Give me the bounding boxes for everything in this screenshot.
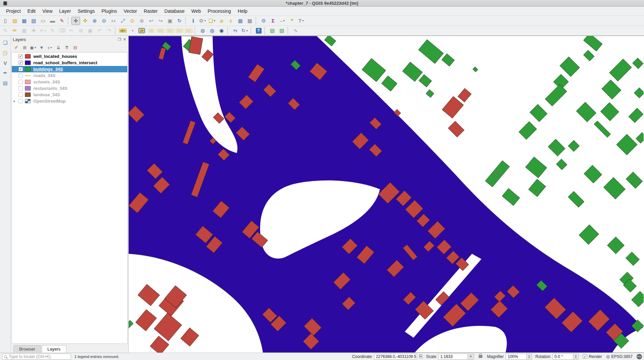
dropdown-arrow-icon[interactable]: ▼ — [283, 20, 285, 22]
profile-tool-button[interactable]: ∿ — [291, 27, 300, 35]
menu-processing[interactable]: Processing — [204, 7, 234, 15]
metasearch-button[interactable]: ◉ — [217, 27, 226, 35]
layer-item-restaurants_34S[interactable]: restaurants_34S — [12, 85, 127, 92]
layer-visibility-checkbox[interactable] — [19, 73, 23, 78]
dropdown-arrow-icon[interactable]: ▼ — [34, 46, 36, 49]
dropdown-arrow-icon[interactable]: ▼ — [246, 30, 248, 32]
messages-button[interactable]: ••• — [637, 354, 642, 359]
remove-layer-button[interactable]: ⊟ — [71, 44, 79, 51]
current-edits-button[interactable]: ✎ — [1, 27, 10, 35]
window-titlebar[interactable]: *chapter_7 - QGIS 9e45223d42 [tm] — [0, 0, 644, 7]
layer-visibility-checkbox[interactable] — [19, 80, 23, 84]
labeling-rotate-button[interactable]: abc — [175, 27, 184, 35]
field-calculator-button[interactable]: ▩ — [245, 17, 254, 25]
text-annotation-button[interactable]: T▼ — [297, 17, 306, 25]
undo-button[interactable]: ↶ — [95, 27, 104, 35]
python-console-button[interactable]: Py — [231, 27, 240, 35]
layer-item-buildings_34S[interactable]: ✓buildings_34S — [12, 66, 127, 72]
dropdown-arrow-icon[interactable]: ▼ — [50, 46, 52, 49]
zoom-last-button[interactable]: ↩ — [147, 17, 156, 25]
processing-toolbox-button[interactable]: ⚙ — [259, 17, 268, 25]
panel-close-button[interactable]: ✕ — [123, 37, 126, 42]
layer-item-OpenStreetMap[interactable]: ▾OpenStreetMap — [12, 98, 127, 104]
manage-map-themes-button[interactable]: ◉▼ — [29, 44, 37, 51]
identify-features-button[interactable]: ℹ — [189, 17, 198, 25]
save-project-button[interactable]: ▦ — [20, 17, 29, 25]
dropdown-arrow-icon[interactable]: ▼ — [204, 20, 206, 22]
menu-help[interactable]: Help — [234, 7, 251, 15]
open-project-button[interactable]: ▨ — [10, 17, 19, 25]
open-attribute-table-button[interactable]: ▦ — [236, 17, 245, 25]
labeling-show-hide-button[interactable]: abc — [156, 27, 165, 35]
measure-line-button[interactable]: ⎯▼ — [278, 17, 287, 25]
rotation-value[interactable]: 0.0 ° — [552, 354, 573, 360]
quickmap-services-button[interactable]: ▧ — [268, 27, 277, 35]
modify-attributes-button[interactable]: ✎ — [48, 27, 57, 35]
magnifier-spinner[interactable]: 100% ▲▼ — [506, 354, 532, 360]
layer-visibility-checkbox[interactable] — [19, 93, 23, 97]
layer-item-roads_34S[interactable]: roads_34S — [12, 72, 127, 79]
magnifier-spin-buttons[interactable]: ▲▼ — [527, 354, 532, 360]
labeling-change-button[interactable]: abc — [184, 27, 193, 35]
run-feature-action-button[interactable]: ⚙▼ — [198, 17, 207, 25]
style-manager-button[interactable]: ✎ — [58, 17, 66, 25]
menu-vector[interactable]: Vector — [120, 7, 140, 15]
rotation-spinner[interactable]: 0.0 ° ▲▼ — [552, 354, 579, 360]
layer-visibility-checkbox[interactable]: ✓ — [19, 54, 23, 59]
save-project-as-button[interactable]: ▧ — [29, 17, 38, 25]
metasearch-csw-add-button[interactable]: ◍ — [198, 27, 207, 35]
new-project-button[interactable]: ▯ — [1, 17, 10, 25]
copy-features-button[interactable]: ⧉ — [76, 27, 85, 35]
refresh-map-button[interactable]: ↻ — [175, 17, 184, 25]
show-layout-manager-button[interactable]: ▬ — [48, 17, 57, 25]
layer-item-schools_34S[interactable]: schools_34S — [12, 79, 127, 85]
zoom-native-button[interactable]: 1:1 — [109, 17, 118, 25]
labeling-single-button[interactable]: ab — [137, 27, 146, 35]
add-feature-button[interactable]: ✚ — [29, 27, 38, 35]
pan-to-selection-button[interactable]: ✜ — [81, 17, 90, 25]
layer-visibility-checkbox[interactable] — [19, 86, 23, 91]
toggle-editing-button[interactable]: ✏ — [10, 27, 19, 35]
new-virtual-layer-button[interactable]: ▤ — [1, 79, 10, 87]
select-by-expression-button[interactable]: ε — [227, 17, 235, 25]
render-checkbox[interactable]: ✓ — [583, 354, 587, 359]
add-group-button[interactable]: ⊞ — [21, 44, 29, 51]
layer-visibility-checkbox[interactable]: ✓ — [19, 67, 23, 71]
redo-button[interactable]: ↷ — [105, 27, 113, 35]
menu-edit[interactable]: Edit — [24, 7, 39, 15]
quickmap-settings-button[interactable]: ▧ — [277, 27, 286, 35]
map-canvas[interactable] — [129, 36, 644, 353]
zoom-next-button[interactable]: ↪ — [156, 17, 165, 25]
dropdown-arrow-icon[interactable]: ▼ — [44, 30, 46, 32]
labeling-move-button[interactable]: abc — [166, 27, 174, 35]
menu-plugins[interactable]: Plugins — [98, 7, 120, 15]
scale-value[interactable]: 1:1633 — [438, 354, 468, 360]
expand-arrow-icon[interactable]: ▾ — [12, 100, 16, 103]
data-source-manager-button[interactable]: ❏ — [1, 39, 10, 47]
dropdown-arrow-icon[interactable]: ▼ — [213, 20, 216, 22]
menu-settings[interactable]: Settings — [74, 7, 98, 15]
processing-history-button[interactable]: ↻▼ — [240, 27, 249, 35]
zoom-to-selection-button[interactable]: ⊙ — [128, 17, 137, 25]
collapse-all-button[interactable]: ⇈ — [63, 44, 71, 51]
layer-item-well_located_houses[interactable]: ✓well_located_houses — [12, 53, 127, 60]
add-wms-layer-button[interactable]: ◳ — [1, 49, 10, 57]
delete-selected-button[interactable]: ⌫ — [58, 27, 66, 35]
metasearch-csw-remove-button[interactable]: ◍ — [208, 27, 216, 35]
menu-view[interactable]: View — [39, 7, 56, 15]
layer-visibility-checkbox[interactable] — [19, 99, 23, 103]
help-contents-button[interactable]: ? — [254, 27, 263, 35]
open-layer-styling-button[interactable]: ✐ — [12, 44, 20, 51]
expand-all-button[interactable]: ⇊ — [55, 44, 62, 51]
new-print-layout-button[interactable]: ▭ — [39, 17, 47, 25]
zoom-in-button[interactable]: ⊕ — [90, 17, 99, 25]
scale-combo[interactable]: 1:1633 ▼ — [438, 354, 474, 360]
deselect-features-button[interactable]: ⌀ — [217, 17, 226, 25]
locate-search-input[interactable]: Type to locate (Ctrl+K) — [2, 354, 71, 360]
labeling-pin-button[interactable]: ab — [147, 27, 156, 35]
crs-status[interactable]: EPSG:3857 — [611, 354, 633, 359]
zoom-out-button[interactable]: ⊖ — [100, 17, 108, 25]
cut-features-button[interactable]: ✂ — [67, 27, 76, 35]
lock-scale-icon[interactable] — [479, 355, 482, 358]
layer-visibility-checkbox[interactable]: ✓ — [19, 61, 23, 65]
